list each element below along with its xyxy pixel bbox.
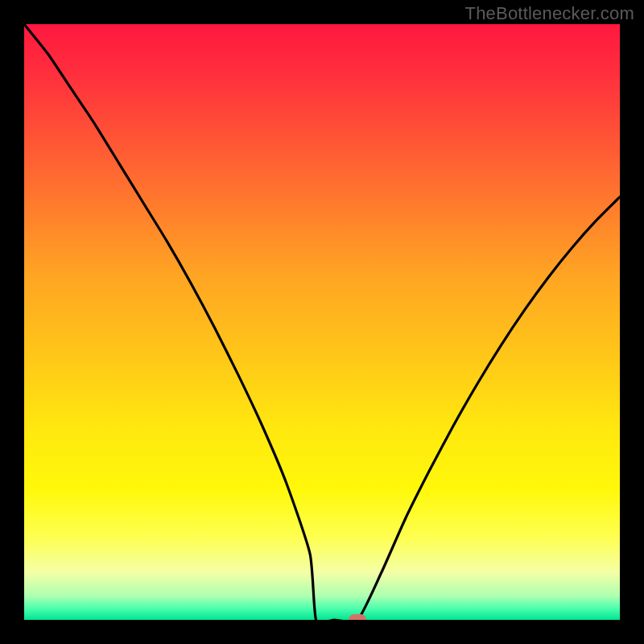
bottleneck-curve — [24, 24, 620, 620]
chart-frame: TheBottlenecker.com — [0, 0, 644, 644]
plot-area — [24, 24, 620, 620]
optimal-point-marker — [349, 614, 366, 620]
attribution-text: TheBottlenecker.com — [465, 3, 634, 24]
